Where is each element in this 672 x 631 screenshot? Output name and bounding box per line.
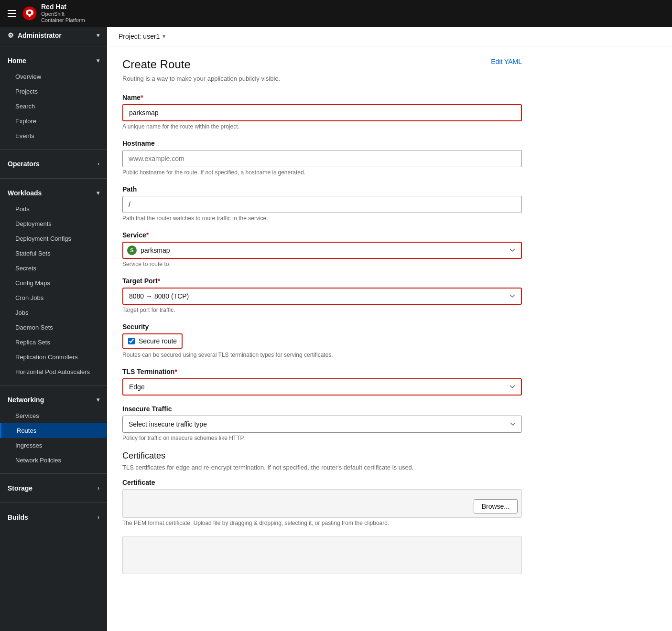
networking-section-label: Networking: [8, 396, 44, 404]
secure-route-checkbox[interactable]: [128, 338, 135, 344]
insecure-traffic-help: Policy for traffic on insecure schemes l…: [122, 435, 522, 441]
target-port-select[interactable]: 8080 → 8080 (TCP): [122, 288, 522, 305]
hostname-help: Public hostname for the route. If not sp…: [122, 169, 522, 176]
insecure-traffic-label: Insecure Traffic: [122, 405, 522, 413]
top-navigation: Red Hat OpenShift Container Platform: [0, 0, 672, 27]
sidebar-item-deployment-configs[interactable]: Deployment Configs: [0, 231, 107, 246]
sidebar-item-routes[interactable]: Routes: [0, 423, 107, 438]
workloads-section: Workloads ▾ Pods Deployments Deployment …: [0, 181, 107, 383]
name-required: *: [141, 94, 143, 101]
sidebar-item-events[interactable]: Events: [0, 128, 107, 143]
storage-chevron-icon: ›: [98, 485, 99, 492]
sidebar-item-search[interactable]: Search: [0, 99, 107, 114]
tls-termination-select[interactable]: Edge: [122, 378, 522, 396]
create-route-form: Create Route Edit YAML Routing is a way …: [107, 46, 537, 595]
security-group: Security Secure route Routes can be secu…: [122, 323, 522, 358]
project-bar: Project: user1 ▾: [107, 27, 672, 46]
browse-button[interactable]: Browse...: [474, 499, 518, 513]
workloads-section-header[interactable]: Workloads ▾: [0, 184, 107, 202]
main-content: Project: user1 ▾ Create Route Edit YAML …: [107, 27, 672, 631]
tls-termination-label: TLS Termination*: [122, 368, 522, 375]
sidebar-item-pods[interactable]: Pods: [0, 202, 107, 216]
insecure-traffic-field-group: Insecure Traffic Select insecure traffic…: [122, 405, 522, 441]
storage-section-label: Storage: [8, 484, 33, 492]
operators-section-header[interactable]: Operators ›: [0, 155, 107, 172]
sidebar-item-replica-sets[interactable]: Replica Sets: [0, 335, 107, 350]
sidebar-item-daemon-sets[interactable]: Daemon Sets: [0, 320, 107, 335]
home-section-label: Home: [8, 57, 26, 64]
gear-icon: ⚙: [8, 32, 14, 39]
sidebar-item-explore[interactable]: Explore: [0, 114, 107, 128]
path-field-group: Path Path that the router watches to rou…: [122, 185, 522, 222]
certificate-field-group: Certificate Browse... The PEM format cer…: [122, 479, 522, 526]
hostname-label: Hostname: [122, 139, 522, 147]
brand-product-line1: OpenShift: [41, 11, 85, 17]
certificates-description: TLS certificates for edge and re-encrypt…: [122, 464, 522, 471]
name-field-group: Name* A unique name for the route within…: [122, 94, 522, 130]
sidebar-item-replication-controllers[interactable]: Replication Controllers: [0, 350, 107, 364]
path-label: Path: [122, 185, 522, 193]
sidebar-item-ingresses[interactable]: Ingresses: [0, 438, 107, 453]
edit-yaml-link[interactable]: Edit YAML: [491, 58, 522, 65]
home-section: Home ▾ Overview Projects Search Explore …: [0, 48, 107, 147]
operators-section: Operators ›: [0, 151, 107, 176]
builds-section-label: Builds: [8, 513, 28, 521]
role-header[interactable]: ⚙ Administrator ▾: [0, 27, 107, 44]
home-section-header[interactable]: Home ▾: [0, 52, 107, 69]
target-port-label: Target Port*: [122, 277, 522, 285]
secure-route-checkbox-wrapper[interactable]: Secure route: [122, 333, 183, 349]
operators-chevron-icon: ›: [98, 160, 99, 167]
operators-section-label: Operators: [8, 160, 40, 168]
page-description: Routing is a way to make your applicatio…: [122, 75, 522, 82]
sidebar-item-config-maps[interactable]: Config Maps: [0, 276, 107, 290]
service-select[interactable]: parksmap: [122, 242, 522, 259]
sidebar-item-services[interactable]: Services: [0, 408, 107, 423]
redhat-logo-icon: [22, 6, 37, 21]
sidebar-item-cron-jobs[interactable]: Cron Jobs: [0, 290, 107, 305]
menu-toggle[interactable]: [8, 10, 16, 17]
page-title: Create Route: [122, 58, 191, 71]
brand-name: Red Hat: [41, 3, 85, 11]
storage-section-header[interactable]: Storage ›: [0, 480, 107, 497]
role-label: Administrator: [18, 32, 62, 39]
networking-section-header[interactable]: Networking ▾: [0, 391, 107, 408]
service-field-group: Service* S parksmap Service to route to.: [122, 231, 522, 267]
security-help: Routes can be secured using several TLS …: [122, 352, 522, 358]
svg-point-1: [28, 11, 31, 14]
path-help: Path that the router watches to route tr…: [122, 215, 522, 222]
page-header: Create Route Edit YAML: [122, 58, 522, 71]
role-chevron-icon: ▾: [97, 32, 99, 39]
service-help: Service to route to.: [122, 261, 522, 267]
sidebar: ⚙ Administrator ▾ Home ▾ Overview Projec…: [0, 27, 107, 631]
service-icon: S: [127, 246, 137, 255]
insecure-traffic-select[interactable]: Select insecure traffic type: [122, 416, 522, 433]
sidebar-item-projects[interactable]: Projects: [0, 84, 107, 99]
cert-textarea-area[interactable]: [122, 536, 522, 574]
project-label: Project: user1: [119, 32, 160, 40]
sidebar-item-hpa[interactable]: Horizontal Pod Autoscalers: [0, 364, 107, 379]
sidebar-item-stateful-sets[interactable]: Stateful Sets: [0, 246, 107, 261]
sidebar-item-deployments[interactable]: Deployments: [0, 216, 107, 231]
hostname-input[interactable]: [122, 150, 522, 167]
security-label: Security: [122, 323, 522, 331]
certificate-label: Certificate: [122, 479, 522, 486]
brand-product-line2: Container Platform: [41, 17, 85, 23]
name-label: Name*: [122, 94, 522, 101]
sidebar-item-network-policies[interactable]: Network Policies: [0, 453, 107, 468]
cert-help: The PEM format certificate. Upload file …: [122, 520, 522, 526]
brand: Red Hat OpenShift Container Platform: [22, 3, 85, 23]
path-input[interactable]: [122, 196, 522, 213]
builds-section-header[interactable]: Builds ›: [0, 509, 107, 526]
target-port-help: Target port for traffic.: [122, 307, 522, 313]
project-dropdown-icon[interactable]: ▾: [163, 33, 165, 40]
name-input[interactable]: [122, 104, 522, 121]
hostname-field-group: Hostname Public hostname for the route. …: [122, 139, 522, 176]
tls-termination-field-group: TLS Termination* Edge: [122, 368, 522, 396]
certificates-section: Certificates TLS certificates for edge a…: [122, 451, 522, 574]
sidebar-item-jobs[interactable]: Jobs: [0, 305, 107, 320]
sidebar-item-overview[interactable]: Overview: [0, 69, 107, 84]
sidebar-item-secrets[interactable]: Secrets: [0, 261, 107, 276]
home-chevron-icon: ▾: [97, 57, 99, 64]
certificate-upload-area: Browse...: [122, 489, 522, 518]
service-select-wrapper: S parksmap: [122, 242, 522, 259]
